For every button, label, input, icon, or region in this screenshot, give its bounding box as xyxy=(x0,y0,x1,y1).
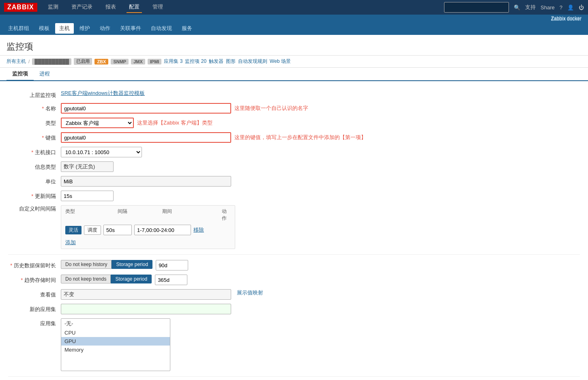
page-header: 监控项 xyxy=(0,35,588,56)
name-row: 名称 这里随便取一个自己认识的名字 xyxy=(8,101,580,116)
subnav-services[interactable]: 服务 xyxy=(178,23,196,34)
badge-snmp[interactable]: SNMP xyxy=(111,59,129,64)
help-icon[interactable]: ? xyxy=(560,4,562,11)
type-label: 类型 xyxy=(8,118,61,127)
unit-input[interactable] xyxy=(61,176,231,187)
nav-reports[interactable]: 报表 xyxy=(103,2,118,13)
trends-storage-btn[interactable]: Storage period xyxy=(111,275,152,283)
user-icon[interactable]: 👤 xyxy=(567,4,574,11)
nav-config[interactable]: 配置 xyxy=(127,2,142,13)
subnav-discovery[interactable]: 自动发现 xyxy=(147,23,176,34)
update-interval-row: 更新间隔 xyxy=(8,189,580,203)
support-link[interactable]: 支持 xyxy=(525,4,536,11)
badge-jmx[interactable]: JMX xyxy=(131,59,145,64)
info-type-value: 数字 (无正负) xyxy=(61,161,114,172)
custom-interval-headers: 类型 间隔 期间 动作 xyxy=(65,208,231,223)
remove-ci-link[interactable]: 移除 xyxy=(193,226,204,234)
zabbix-logo: ZABBIX xyxy=(4,3,37,12)
type-row: 类型 Zabbix 客户端 这里选择【Zabbix 客户端】类型 xyxy=(8,116,580,130)
name-field: 这里随便取一个自己认识的名字 xyxy=(61,103,580,114)
search-input[interactable] xyxy=(444,2,509,13)
history-toggle: Do not keep history Storage period xyxy=(61,260,152,269)
custom-interval-field: 类型 间隔 期间 动作 灵活 调度 移除 添加 xyxy=(61,205,580,249)
history-storage-btn[interactable]: Storage period xyxy=(112,260,152,269)
sub-navbar: 主机群组 模板 主机 维护 动作 关联事件 自动发现 服务 xyxy=(0,22,588,35)
breadcrumb-triggers[interactable]: 触发器 xyxy=(209,58,223,65)
interface-select[interactable]: 10.0.10.71 : 10050 xyxy=(61,147,142,157)
ci-period-input[interactable] xyxy=(134,225,191,235)
breadcrumb-items[interactable]: 监控项 20 xyxy=(185,58,206,65)
interface-label: 主机接口 xyxy=(8,147,61,156)
trends-no-keep-btn[interactable]: Do not keep trends xyxy=(61,275,111,283)
trends-value-input[interactable] xyxy=(155,275,187,285)
breadcrumb-host[interactable]: ██████████ xyxy=(32,58,71,65)
update-interval-input[interactable] xyxy=(61,191,114,201)
tab-row: 监控项 进程 xyxy=(0,68,588,81)
appset-item-gpu[interactable]: GPU xyxy=(61,337,170,346)
appset-listbox: -无- CPU GPU Memory xyxy=(61,318,170,371)
nav-assets[interactable]: 资产记录 xyxy=(69,2,95,13)
ci-interval-input[interactable] xyxy=(103,225,132,235)
subnav-actions[interactable]: 动作 xyxy=(96,23,114,34)
tab-items[interactable]: 监控项 xyxy=(6,68,34,81)
interface-row: 主机接口 10.0.10.71 : 10050 xyxy=(8,145,580,159)
breadcrumb-web[interactable]: Web 场景 xyxy=(270,58,291,65)
flexible-button[interactable]: 灵活 xyxy=(65,226,82,234)
subnav-templates[interactable]: 模板 xyxy=(35,23,54,34)
info-type-label: 信息类型 xyxy=(8,161,61,171)
page-title: 监控项 xyxy=(6,38,582,55)
breadcrumb-graphs[interactable]: 图形 xyxy=(226,58,236,65)
logout-icon[interactable]: ⏻ xyxy=(579,4,584,11)
update-interval-label: 更新间隔 xyxy=(8,191,61,200)
unit-field xyxy=(61,176,580,187)
name-annotation: 这里随便取一个自己认识的名字 xyxy=(234,103,308,112)
breadcrumb-all-hosts[interactable]: 所有主机 xyxy=(6,58,26,65)
subnav-correlevents[interactable]: 关联事件 xyxy=(116,23,145,34)
add-ci-container: 添加 xyxy=(65,239,231,246)
appset-item-none[interactable]: -无- xyxy=(61,319,170,328)
parent-template-field: SRE客户端windows计数器监控模板 xyxy=(61,90,580,97)
main-content: 上层监控项 SRE客户端windows计数器监控模板 名称 这里随便取一个自己认… xyxy=(0,81,588,380)
new-appset-row: 新的应用集 xyxy=(8,302,580,316)
subnav-maintenance[interactable]: 维护 xyxy=(75,23,94,34)
schedule-button[interactable]: 调度 xyxy=(84,225,101,235)
lookup-field: 不变 展示值映射 xyxy=(61,289,580,300)
trends-toggle: Do not keep trends Storage period xyxy=(61,275,152,283)
nav-admin[interactable]: 管理 xyxy=(150,2,165,13)
share-link[interactable]: Share xyxy=(541,4,555,11)
lookup-row: 查看值 不变 展示值映射 xyxy=(8,287,580,302)
appset-item-memory[interactable]: Memory xyxy=(61,346,170,354)
name-input[interactable] xyxy=(61,103,231,114)
appset-item-cpu[interactable]: CPU xyxy=(61,328,170,337)
badge-enabled[interactable]: 已启用 xyxy=(74,58,92,65)
history-value-input[interactable] xyxy=(156,260,188,271)
history-no-keep-btn[interactable]: Do not keep history xyxy=(61,260,112,269)
update-interval-field xyxy=(61,191,580,201)
key-label: 键值 xyxy=(8,132,61,142)
type-select[interactable]: Zabbix 客户端 xyxy=(61,118,134,128)
breadcrumb-discovery[interactable]: 自动发现规则 xyxy=(238,58,267,65)
appset-label: 应用集 xyxy=(8,318,61,327)
subnav-hostgroups[interactable]: 主机群组 xyxy=(4,23,33,34)
new-appset-field xyxy=(61,304,580,314)
key-input[interactable] xyxy=(61,132,231,143)
show-value-mapping-link[interactable]: 展示值映射 xyxy=(237,289,263,296)
badge-zbx[interactable]: ZBX xyxy=(94,59,108,64)
search-icon[interactable]: 🔍 xyxy=(514,4,520,11)
parent-template-label: 上层监控项 xyxy=(8,90,61,99)
appset-field: -无- CPU GPU Memory xyxy=(61,318,580,371)
divider-1 xyxy=(8,254,580,255)
lookup-value: 不变 xyxy=(61,289,231,300)
custom-interval-row-1: 灵活 调度 移除 xyxy=(65,223,231,236)
tab-processes[interactable]: 进程 xyxy=(34,68,56,81)
badge-ipmi[interactable]: IPMI xyxy=(148,59,162,64)
parent-template-link[interactable]: SRE客户端windows计数器监控模板 xyxy=(61,90,145,97)
custom-interval-label: 自定义时间间隔 xyxy=(8,205,61,213)
nav-monitor[interactable]: 监测 xyxy=(45,2,61,13)
history-field: Do not keep history Storage period xyxy=(61,260,580,271)
trends-label: 趋势存储时间 xyxy=(8,275,61,284)
breadcrumb-appsets[interactable]: 应用集 3 xyxy=(164,58,182,65)
new-appset-input[interactable] xyxy=(61,304,231,314)
add-ci-link[interactable]: 添加 xyxy=(65,239,76,245)
subnav-hosts[interactable]: 主机 xyxy=(55,23,74,34)
